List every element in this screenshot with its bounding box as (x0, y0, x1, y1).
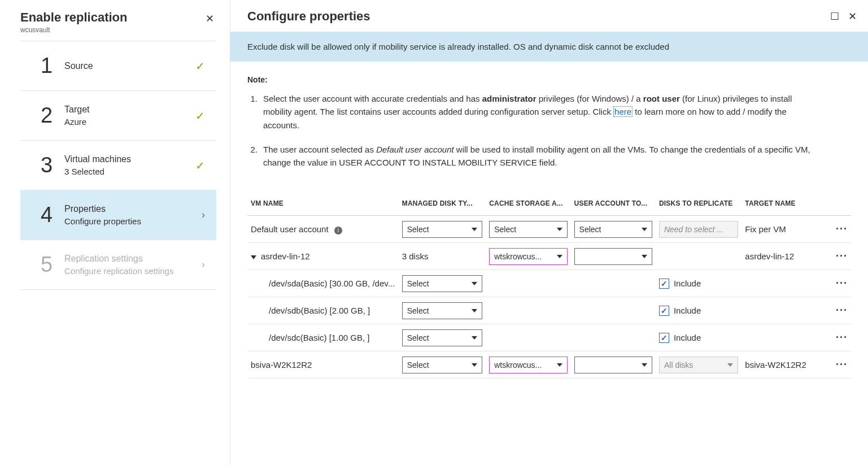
managed-disk-type-select[interactable]: Select (402, 329, 482, 346)
page-title: Configure properties (247, 9, 370, 24)
include-label: Include (674, 306, 701, 315)
note-label: Note: (247, 75, 821, 84)
check-icon: ✓ (661, 306, 668, 315)
target-name-cell: asrdev-lin-12 (741, 243, 827, 270)
step-number: 1 (41, 54, 64, 78)
managed-disk-type-select[interactable]: Select (402, 275, 482, 292)
chevron-down-icon (472, 336, 477, 340)
note-text: Select the user account with accurate cr… (263, 92, 821, 132)
chevron-right-icon: › (202, 259, 205, 271)
blade-subtitle: wcusvault (20, 26, 128, 34)
chevron-down-icon (557, 255, 562, 258)
chevron-down-icon (472, 282, 477, 285)
step-source[interactable]: 1 Source ✓ (20, 41, 216, 90)
properties-table: VM NAME MANAGED DISK TY... CACHE STORAGE… (247, 192, 851, 379)
check-icon: ✓ (661, 279, 668, 288)
managed-disk-type-select[interactable]: Select (402, 221, 482, 238)
include-disk-checkbox[interactable]: ✓Include (659, 279, 738, 289)
managed-disk-type-select[interactable]: Select (402, 302, 482, 319)
target-name-cell: Fix per VM (741, 216, 827, 243)
step-number: 3 (41, 153, 64, 177)
step-number: 4 (41, 203, 64, 227)
expand-icon[interactable] (251, 255, 256, 259)
user-account-select[interactable] (574, 248, 652, 265)
row-more-button[interactable]: ··· (836, 223, 848, 234)
chevron-down-icon (642, 228, 647, 231)
row-more-button[interactable]: ··· (836, 250, 848, 262)
step-title: Target (64, 105, 195, 115)
cell-disk-name: /dev/sdb(Basic) [2.00 GB, ] (247, 297, 399, 324)
row-more-button[interactable]: ··· (836, 277, 848, 289)
cache-storage-select[interactable]: wtskrowcus... (489, 357, 567, 373)
th-user-account: USER ACCOUNT TO... (571, 192, 656, 216)
include-disk-checkbox[interactable]: ✓Include (659, 306, 738, 316)
table-row-vm: asrdev-lin-12 3 disks wtskrowcus... asrd… (247, 243, 851, 270)
disks-replicate-select: All disks (659, 357, 738, 373)
step-sub: Configure properties (64, 216, 202, 226)
row-more-button[interactable]: ··· (836, 305, 848, 316)
user-account-select[interactable]: Select (574, 221, 652, 238)
include-label: Include (674, 333, 701, 342)
th-target-name: TARGET NAME (741, 192, 827, 216)
learn-more-link[interactable]: here (613, 106, 633, 117)
main-panel: Configure properties ☐ ✕ Exclude disk wi… (230, 0, 868, 465)
step-number: 5 (41, 253, 64, 277)
cell-vm-name[interactable]: asrdev-lin-12 (247, 243, 399, 270)
th-managed-disk-type: MANAGED DISK TY... (399, 192, 486, 216)
step-sub: Configure replication settings (64, 266, 202, 276)
wizard-sidebar: Enable replication wcusvault ✕ 1 Source … (0, 0, 230, 465)
cache-storage-select[interactable]: wtskrowcus... (489, 248, 567, 265)
th-disks-replicate: DISKS TO REPLICATE (656, 192, 741, 216)
th-vm-name: VM NAME (247, 192, 399, 216)
step-target[interactable]: 2 Target Azure ✓ (20, 90, 216, 140)
include-label: Include (674, 279, 701, 288)
info-icon[interactable]: i (334, 227, 342, 234)
target-name-cell: bsiva-W2K12R2 (741, 351, 827, 379)
check-icon: ✓ (661, 333, 668, 342)
note-index: 1. (247, 92, 263, 132)
step-number: 2 (41, 103, 64, 128)
check-icon: ✓ (195, 59, 205, 73)
note-text: The user account selected as Default use… (263, 143, 821, 170)
step-sub: 3 Selected (64, 167, 195, 176)
include-disk-checkbox[interactable]: ✓Include (659, 333, 738, 343)
th-cache-storage: CACHE STORAGE A... (486, 192, 570, 216)
chevron-down-icon (557, 363, 562, 367)
cache-storage-select[interactable]: Select (489, 221, 567, 238)
step-title: Source (64, 61, 195, 71)
step-title: Replication settings (64, 254, 202, 264)
step-title: Properties (64, 204, 202, 214)
table-row-vm: bsiva-W2K12R2 Select wtskrowcus... All d… (247, 351, 851, 379)
close-icon[interactable]: ✕ (848, 10, 857, 23)
managed-disk-type-cell: 3 disks (399, 243, 486, 270)
cell-disk-name: /dev/sda(Basic) [30.00 GB, /dev... (247, 270, 399, 297)
chevron-down-icon (472, 228, 477, 231)
info-bar: Exclude disk will be allowed only if mob… (230, 32, 868, 62)
step-virtual-machines[interactable]: 3 Virtual machines 3 Selected ✓ (20, 140, 216, 190)
step-sub: Azure (64, 117, 195, 127)
managed-disk-type-select[interactable]: Select (402, 357, 482, 373)
chevron-down-icon (642, 255, 647, 258)
chevron-down-icon (557, 228, 562, 231)
user-account-select[interactable] (574, 357, 652, 373)
row-more-button[interactable]: ··· (836, 332, 848, 343)
cell-vm-name: bsiva-W2K12R2 (247, 351, 399, 379)
cell-disk-name: /dev/sdc(Basic) [1.00 GB, ] (247, 324, 399, 351)
row-more-button[interactable]: ··· (836, 359, 848, 370)
step-title: Virtual machines (64, 154, 195, 164)
chevron-down-icon (727, 363, 733, 367)
step-replication-settings: 5 Replication settings Configure replica… (20, 240, 216, 290)
step-properties[interactable]: 4 Properties Configure properties › (20, 190, 216, 240)
chevron-right-icon: › (202, 209, 205, 221)
blade-title: Enable replication (20, 10, 128, 25)
cell-vm-name: Default user account i (247, 216, 399, 243)
table-row-disk: /dev/sda(Basic) [30.00 GB, /dev... Selec… (247, 270, 851, 297)
table-row-disk: /dev/sdc(Basic) [1.00 GB, ] Select ✓Incl… (247, 324, 851, 351)
disks-replicate-select: Need to select ... (659, 221, 738, 238)
table-row-disk: /dev/sdb(Basic) [2.00 GB, ] Select ✓Incl… (247, 297, 851, 324)
maximize-icon[interactable]: ☐ (830, 10, 839, 23)
close-icon[interactable]: ✕ (203, 10, 216, 27)
check-icon: ✓ (195, 109, 205, 123)
table-row-default: Default user account i Select Select Sel… (247, 216, 851, 243)
chevron-down-icon (472, 309, 477, 312)
